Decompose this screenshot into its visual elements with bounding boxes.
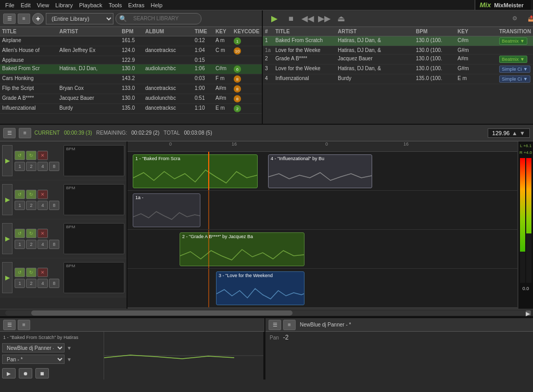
clip-love-weekend[interactable]: 3 - "Love for the Weekend — [216, 271, 304, 305]
scroll-right-btn[interactable]: ▶ — [526, 310, 531, 316]
scroll-thumb[interactable] — [31, 310, 293, 316]
playlist-row[interactable]: 2 Grade A B**** Jacquez Bauer 130.0 (100… — [263, 55, 533, 64]
playlist-row[interactable]: 4 Influenzational Burdy 135.0 (100. E m … — [263, 74, 533, 84]
track-2-sync-btn[interactable]: ↻ — [26, 190, 36, 199]
track-4-sync-btn[interactable]: ↻ — [26, 268, 36, 277]
track-4-loop-btn[interactable]: ↺ — [15, 268, 25, 277]
track-1-btn-4[interactable]: 4 — [37, 162, 48, 171]
list-view-button[interactable]: ☰ — [3, 14, 16, 24]
output-button[interactable]: 📤 — [524, 12, 533, 25]
tl-list-btn[interactable]: ☰ — [3, 128, 16, 138]
menu-tools[interactable]: Tools — [106, 2, 125, 8]
playlist-panel: ▶ ■ ◀◀ ▶▶ ⏏ ⚙ 📤 # TITLE ARTIST BPM KEY T… — [263, 10, 533, 124]
fx-icon-1[interactable]: ☰ — [269, 320, 281, 330]
track-2-btn-2[interactable]: 2 — [26, 201, 36, 210]
track-3-btn-1[interactable]: 1 — [15, 240, 25, 249]
col-key[interactable]: KEY — [215, 29, 234, 34]
track-1-loop-btn[interactable]: ↺ — [15, 151, 25, 160]
menu-playback[interactable]: Playback — [76, 2, 106, 8]
bpm-down-btn[interactable]: ▼ — [519, 130, 525, 136]
library-row[interactable]: Applause 122.9 0:15 — [0, 56, 262, 64]
track-3-sync-btn[interactable]: ↻ — [26, 229, 36, 238]
config-button[interactable]: ⚙ — [507, 12, 522, 25]
fx-icon-2[interactable]: ≡ — [283, 320, 296, 330]
track-2-close-btn[interactable]: ✕ — [37, 190, 48, 199]
clip-baked[interactable]: 1 - "Baked From Scra — [133, 154, 258, 188]
tl-details-btn[interactable]: ≡ — [19, 128, 31, 138]
library-table-header: TITLE ARTIST BPM ALBUM TIME KEY KEYCODE — [0, 27, 262, 36]
bpm-up-btn[interactable]: ▲ — [512, 130, 517, 136]
menu-library[interactable]: Library — [52, 2, 76, 8]
menu-view[interactable]: View — [34, 2, 53, 8]
auto-details-btn[interactable]: ≡ — [18, 320, 30, 330]
col-bpm[interactable]: BPM — [122, 29, 145, 34]
library-filter-dropdown[interactable]: (Entire Library) — [46, 13, 113, 24]
col-artist[interactable]: ARTIST — [59, 29, 122, 34]
track-4-btn-8[interactable]: 8 — [49, 279, 59, 288]
col-title[interactable]: TITLE — [2, 29, 59, 34]
vu-meter: L +6.1 R +4.0 0.0 — [517, 141, 533, 309]
track-4-close-btn[interactable]: ✕ — [37, 268, 48, 277]
playlist-row[interactable]: 1 Baked From Scratch Hatiras, DJ Dan, & … — [263, 36, 533, 46]
playlist-row[interactable]: 1a Love for the Weeke Hatiras, DJ Dan, &… — [263, 46, 533, 55]
col-keycode[interactable]: KEYCODE — [234, 29, 260, 34]
clip-1a[interactable]: 1a - — [133, 193, 200, 227]
track-3-btn-4[interactable]: 4 — [37, 240, 48, 249]
add-track-button[interactable]: + — [32, 13, 44, 24]
library-row[interactable]: Grade A B**** Jacquez Bauer 130.0 audiol… — [0, 94, 262, 104]
track-3-icon[interactable]: ▶ — [2, 223, 12, 254]
library-row[interactable]: Flip the Script Bryan Cox 133.0 dancetra… — [0, 84, 262, 94]
track-2-btn-1[interactable]: 1 — [15, 201, 25, 210]
track-2-icon[interactable]: ▶ — [2, 184, 12, 215]
track-4-icon[interactable]: ▶ — [2, 262, 12, 293]
details-view-button[interactable]: ≡ — [18, 14, 30, 24]
fast-forward-button[interactable]: ▶▶ — [317, 12, 332, 25]
track-1-sync-btn[interactable]: ↻ — [26, 151, 36, 160]
library-row[interactable]: Baked From Scr Hatiras, DJ Dan, 130.0 au… — [0, 64, 262, 74]
track-4-btn-2[interactable]: 2 — [26, 279, 36, 288]
library-row[interactable]: Cars Honking 143.2 0:03 F m 8 — [0, 74, 262, 84]
search-icon: 🔍 — [119, 15, 127, 22]
rewind-button[interactable]: ◀◀ — [300, 12, 315, 25]
track-2-btn-4[interactable]: 4 — [37, 201, 48, 210]
search-input[interactable] — [129, 13, 197, 24]
auto-stop-btn[interactable]: ⏹ — [35, 368, 49, 378]
track-4-btn-1[interactable]: 1 — [15, 279, 25, 288]
play-button[interactable]: ▶ — [267, 12, 282, 25]
library-row[interactable]: Influenzational Burdy 135.0 dancetracksc… — [0, 104, 262, 114]
menu-file[interactable]: File — [2, 2, 18, 8]
track-4-btn-4[interactable]: 4 — [37, 279, 48, 288]
stop-button[interactable]: ■ — [284, 12, 298, 25]
menu-extras[interactable]: Extras — [125, 2, 147, 8]
eject-button[interactable]: ⏏ — [334, 12, 348, 25]
track-3-loop-btn[interactable]: ↺ — [15, 229, 25, 238]
track-1-btn-1[interactable]: 1 — [15, 162, 25, 171]
track-3-close-btn[interactable]: ✕ — [37, 229, 48, 238]
library-row[interactable]: Airplane 161.5 0:12 A m 1 — [0, 36, 262, 46]
current-time: 00:00:39 (3) — [64, 130, 92, 136]
col-album[interactable]: ALBUM — [145, 29, 195, 34]
track-2-btn-8[interactable]: 8 — [49, 201, 59, 210]
automation-effect-dropdown[interactable]: NewBlue dj Panner - * — [2, 343, 65, 352]
track-1-close-btn[interactable]: ✕ — [37, 151, 48, 160]
app-logo: MixMixMeister — [475, 0, 531, 10]
current-label: CURRENT — [34, 130, 60, 136]
track-3-btn-8[interactable]: 8 — [49, 240, 59, 249]
library-row[interactable]: Allen's House of Allen Jeffrey Ex 124.0 … — [0, 46, 262, 56]
col-time[interactable]: TIME — [195, 29, 215, 34]
clip-grade-a[interactable]: 2 - "Grade A B****" by Jacquez Ba — [180, 232, 304, 266]
clip-influenz[interactable]: 4 - "Influenzational" by Bu — [268, 154, 372, 188]
track-3-btn-2[interactable]: 2 — [26, 240, 36, 249]
track-1-btn-8[interactable]: 8 — [49, 162, 59, 171]
menu-edit[interactable]: Edit — [18, 2, 34, 8]
track-1-btn-2[interactable]: 2 — [26, 162, 36, 171]
auto-play-btn[interactable]: ▶ — [2, 368, 16, 378]
playlist-row[interactable]: 3 Love for the Weeke Hatiras, DJ Dan, & … — [263, 64, 533, 74]
track-2-loop-btn[interactable]: ↺ — [15, 190, 25, 199]
auto-list-btn[interactable]: ☰ — [3, 320, 16, 330]
menu-help[interactable]: Help — [148, 2, 166, 8]
automation-pan-dropdown[interactable]: Pan - * — [2, 355, 65, 364]
track-1-icon[interactable]: ▶ — [2, 145, 12, 176]
track-control-4: ▶ ↺ ↻ ✕ 1 2 4 8 BPM — [0, 258, 126, 297]
auto-rec-btn[interactable]: ⏺ — [19, 368, 32, 378]
